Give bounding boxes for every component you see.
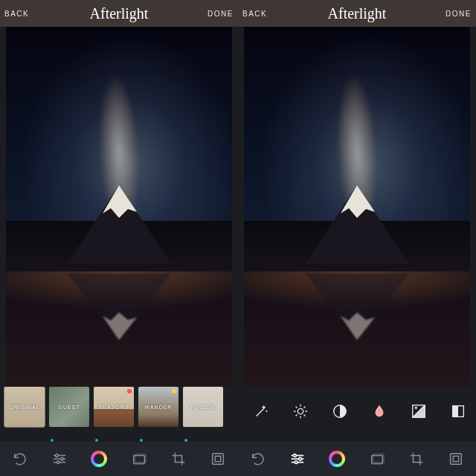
filters-button[interactable] [321, 442, 353, 476]
svg-rect-13 [216, 456, 221, 461]
filter-fusion[interactable]: FUSION [183, 387, 223, 427]
color-ring-icon [329, 451, 345, 467]
adjust-button[interactable] [43, 442, 76, 476]
adjust-button[interactable] [281, 442, 314, 476]
svg-rect-40 [451, 454, 462, 465]
bottom-toolbar [238, 442, 476, 476]
exposure-icon [411, 403, 427, 419]
svg-line-24 [303, 415, 305, 416]
contrast-icon [332, 403, 348, 419]
svg-point-8 [61, 457, 64, 460]
filter-seasons[interactable]: SEASONS [94, 387, 134, 427]
app-brand: Afterlight [328, 5, 387, 22]
svg-point-18 [298, 408, 303, 414]
done-button[interactable]: DONE [446, 0, 472, 27]
crop-button[interactable] [162, 442, 195, 476]
back-button[interactable]: BACK [242, 0, 267, 27]
svg-line-26 [295, 415, 297, 416]
header: BACK Afterlight DONE [238, 0, 476, 27]
wand-icon [253, 403, 269, 419]
svg-point-36 [299, 457, 302, 460]
photo-canvas[interactable] [6, 27, 232, 387]
adjust-highlights[interactable] [438, 392, 476, 431]
filter-wander[interactable]: WANDER [138, 387, 178, 427]
svg-point-37 [295, 461, 298, 464]
done-button[interactable]: DONE [208, 0, 234, 27]
textures-button[interactable] [361, 442, 393, 476]
svg-point-7 [55, 454, 58, 457]
svg-rect-30 [452, 406, 457, 417]
screen-adjust: BACK Afterlight DONE [238, 0, 476, 476]
frames-button[interactable] [440, 442, 472, 476]
bottom-toolbar [0, 442, 238, 476]
svg-point-35 [293, 454, 296, 457]
svg-rect-41 [454, 456, 459, 461]
adjust-brightness[interactable] [280, 392, 320, 431]
adjust-saturation[interactable] [359, 392, 399, 431]
adjust-clarify[interactable] [241, 392, 280, 431]
crop-button[interactable] [400, 442, 433, 476]
filter-guest[interactable]: GUEST [49, 387, 89, 427]
textures-button[interactable] [123, 442, 155, 476]
svg-rect-12 [213, 454, 224, 465]
sun-icon [292, 403, 309, 419]
undo-button[interactable] [4, 442, 36, 476]
svg-point-9 [57, 461, 60, 464]
header: BACK Afterlight DONE [0, 0, 238, 27]
svg-line-23 [295, 407, 297, 408]
adjust-contrast[interactable] [320, 392, 359, 431]
new-badge [172, 389, 176, 393]
new-badge [127, 389, 132, 393]
svg-line-25 [303, 407, 305, 408]
app-brand: Afterlight [90, 5, 149, 22]
filters-button[interactable] [83, 442, 115, 476]
photo-canvas[interactable] [244, 27, 470, 387]
undo-button[interactable] [242, 442, 274, 476]
back-button[interactable]: BACK [4, 0, 29, 27]
color-ring-icon [91, 451, 107, 467]
screen-filters: BACK Afterlight DONE ORIGINAL GUEST SEAS… [0, 0, 238, 476]
adjust-strip [238, 387, 476, 436]
drop-icon [371, 403, 387, 419]
filter-original[interactable]: ORIGINAL [4, 387, 45, 427]
adjust-exposure[interactable] [399, 392, 438, 431]
highlights-icon [450, 403, 466, 419]
frames-button[interactable] [202, 442, 234, 476]
filter-strip: ORIGINAL GUEST SEASONS WANDER FUSION [0, 387, 238, 436]
